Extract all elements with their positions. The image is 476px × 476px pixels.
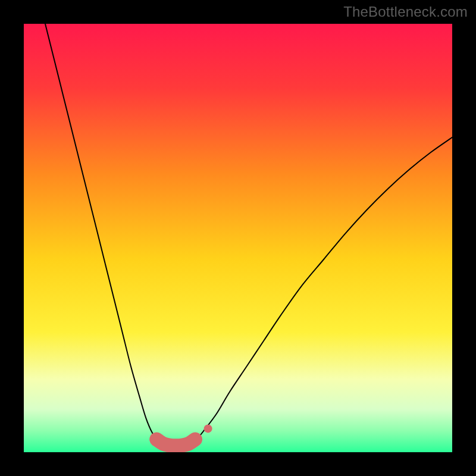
chart-frame: TheBottleneck.com — [0, 0, 476, 476]
left-curve — [45, 24, 159, 441]
watermark-text: TheBottleneck.com — [343, 4, 468, 20]
right-curve — [195, 137, 452, 441]
floor-band — [156, 439, 195, 446]
curves-layer — [24, 24, 452, 452]
plot-area — [24, 24, 452, 452]
floor-band-dot — [204, 424, 212, 433]
